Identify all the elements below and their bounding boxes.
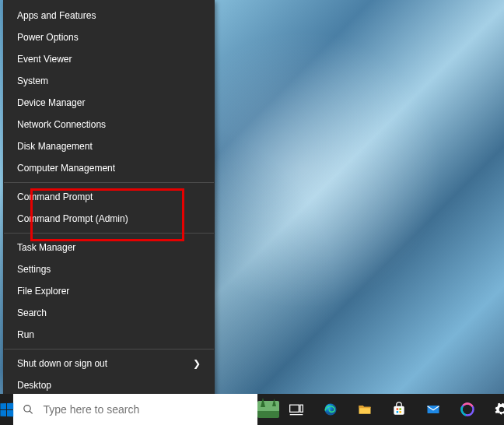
taskbar-news-widget[interactable] — [257, 394, 279, 425]
menu-item-network-connections[interactable]: Network Connections — [3, 114, 215, 135]
menu-item-run[interactable]: Run — [3, 324, 215, 346]
menu-item-label: File Explorer — [17, 285, 69, 297]
taskbar-search[interactable] — [13, 394, 257, 425]
menu-separator — [4, 349, 214, 349]
menu-item-label: Command Prompt — [17, 191, 93, 203]
menu-item-label: Computer Management — [17, 162, 115, 174]
taskbar — [0, 394, 504, 425]
svg-rect-8 — [399, 408, 401, 410]
menu-item-shutdown[interactable]: Shut down or sign out ❯ — [3, 353, 215, 374]
folder-icon — [357, 402, 373, 417]
taskbar-app-file-explorer[interactable] — [348, 394, 382, 425]
menu-item-computer-management[interactable]: Computer Management — [3, 157, 215, 179]
taskbar-app-settings[interactable] — [485, 394, 504, 425]
menu-item-label: Disk Management — [17, 140, 93, 153]
menu-item-label: Event Viewer — [17, 53, 72, 65]
menu-item-label: Network Connections — [17, 118, 106, 131]
chevron-right-icon: ❯ — [193, 357, 201, 370]
menu-item-search[interactable]: Search — [3, 302, 215, 324]
mail-icon — [425, 402, 441, 417]
menu-item-power-options[interactable]: Power Options — [3, 26, 215, 48]
menu-item-device-manager[interactable]: Device Manager — [3, 92, 215, 114]
menu-item-label: Shut down or sign out — [17, 357, 107, 370]
windows-logo-icon — [0, 402, 13, 416]
taskbar-app-store[interactable] — [382, 394, 416, 425]
svg-rect-11 — [428, 406, 439, 413]
menu-item-label: Settings — [17, 263, 51, 276]
svg-line-1 — [30, 411, 33, 414]
svg-rect-6 — [394, 406, 404, 415]
taskbar-app-edge[interactable] — [313, 394, 348, 425]
task-view-button[interactable] — [279, 394, 313, 425]
svg-rect-3 — [300, 405, 303, 412]
menu-item-label: Run — [17, 328, 34, 341]
menu-item-command-prompt[interactable]: Command Prompt — [3, 186, 215, 208]
menu-item-desktop[interactable]: Desktop — [3, 374, 215, 396]
weather-art-icon — [257, 401, 279, 418]
menu-item-label: System — [17, 75, 48, 87]
taskbar-app-mail[interactable] — [416, 394, 450, 425]
gear-icon — [494, 402, 504, 417]
menu-item-command-prompt-admin[interactable]: Command Prompt (Admin) — [3, 208, 215, 230]
start-button[interactable] — [0, 394, 13, 425]
office-icon — [460, 402, 475, 417]
menu-item-apps-and-features[interactable]: Apps and Features — [3, 5, 215, 26]
menu-item-label: Search — [17, 307, 47, 319]
edge-icon — [323, 402, 338, 417]
menu-item-system[interactable]: System — [3, 70, 215, 92]
menu-item-label: Apps and Features — [17, 9, 96, 22]
desktop-wallpaper: Apps and Features Power Options Event Vi… — [0, 0, 504, 425]
taskbar-app-office[interactable] — [450, 394, 485, 425]
svg-point-0 — [24, 406, 30, 412]
taskbar-pinned-apps — [279, 394, 504, 425]
svg-rect-2 — [290, 405, 299, 412]
menu-separator — [4, 182, 214, 183]
svg-rect-9 — [397, 411, 399, 413]
menu-item-event-viewer[interactable]: Event Viewer — [3, 48, 215, 70]
menu-item-label: Desktop — [17, 379, 51, 392]
menu-item-task-manager[interactable]: Task Manager — [3, 237, 215, 258]
menu-item-label: Power Options — [17, 31, 79, 44]
menu-separator — [4, 233, 214, 234]
svg-rect-7 — [397, 408, 399, 410]
menu-item-file-explorer[interactable]: File Explorer — [3, 280, 215, 302]
store-icon — [391, 402, 407, 417]
menu-item-label: Command Prompt (Admin) — [17, 212, 128, 225]
search-input[interactable] — [41, 402, 248, 416]
menu-item-settings[interactable]: Settings — [3, 258, 215, 280]
menu-item-disk-management[interactable]: Disk Management — [3, 135, 215, 157]
menu-item-label: Task Manager — [17, 241, 75, 254]
search-icon — [23, 403, 33, 416]
svg-rect-10 — [399, 411, 401, 413]
winx-context-menu: Apps and Features Power Options Event Vi… — [3, 0, 215, 402]
task-view-icon — [289, 402, 304, 417]
menu-item-label: Device Manager — [17, 97, 85, 109]
